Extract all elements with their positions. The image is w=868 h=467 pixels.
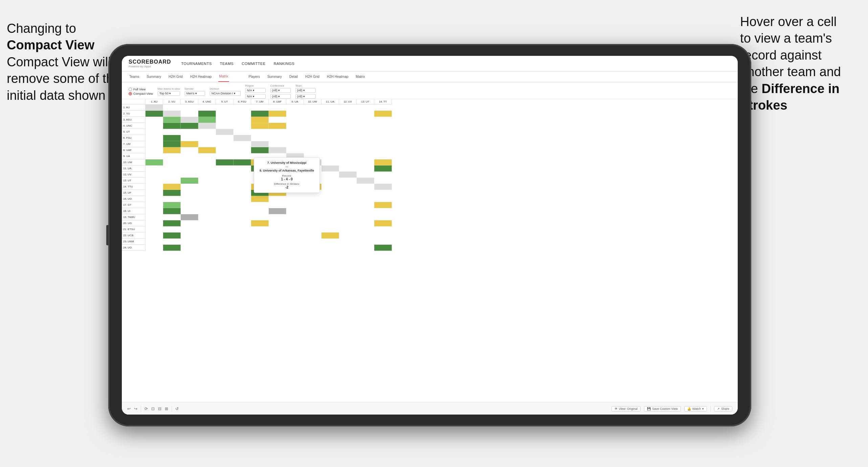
cell-21-14[interactable] — [374, 226, 392, 232]
cell-14-6[interactable] — [233, 184, 251, 190]
filter-division-select[interactable]: NCAA Division I ▾ — [210, 91, 241, 96]
cell-5-7[interactable] — [251, 129, 269, 135]
cell-24-7[interactable] — [251, 245, 269, 251]
cell-6-2[interactable] — [163, 135, 181, 141]
cell-1-4[interactable] — [198, 105, 216, 111]
cell-20-4[interactable] — [198, 220, 216, 226]
cell-22-7[interactable] — [251, 232, 269, 239]
cell-3-5[interactable] — [216, 117, 233, 123]
cell-19-9[interactable] — [286, 214, 304, 220]
cell-5-4[interactable] — [198, 129, 216, 135]
cell-6-6[interactable] — [233, 135, 251, 141]
cell-5-12[interactable] — [339, 129, 357, 135]
cell-16-2[interactable] — [163, 196, 181, 202]
cell-18-2[interactable] — [163, 208, 181, 214]
cell-14-2[interactable] — [163, 184, 181, 190]
cell-17-4[interactable] — [198, 202, 216, 208]
cell-23-1[interactable] — [146, 239, 163, 245]
cell-14-12[interactable] — [339, 184, 357, 190]
cell-4-13[interactable] — [357, 123, 374, 129]
cell-18-13[interactable] — [357, 208, 374, 214]
zoom-in-icon[interactable]: ⊞ — [165, 406, 168, 411]
cell-23-13[interactable] — [357, 239, 374, 245]
cell-17-12[interactable] — [339, 202, 357, 208]
cell-13-6[interactable] — [233, 178, 251, 184]
cell-9-12[interactable] — [339, 153, 357, 159]
cell-15-3[interactable] — [181, 190, 198, 196]
cell-7-4[interactable] — [198, 141, 216, 147]
cell-20-13[interactable] — [357, 220, 374, 226]
tab-summary-right[interactable]: Summary — [267, 71, 283, 82]
cell-4-10[interactable] — [304, 123, 321, 129]
cell-14-3[interactable] — [181, 184, 198, 190]
cell-21-6[interactable] — [233, 226, 251, 232]
cell-19-14[interactable] — [374, 214, 392, 220]
cell-12-2[interactable] — [163, 172, 181, 178]
cell-3-6[interactable] — [233, 117, 251, 123]
cell-6-10[interactable] — [304, 135, 321, 141]
cell-1-9[interactable] — [286, 105, 304, 111]
cell-1-7[interactable] — [251, 105, 269, 111]
cell-23-14[interactable] — [374, 239, 392, 245]
cell-20-8[interactable] — [269, 220, 286, 226]
cell-15-11[interactable] — [321, 190, 339, 196]
cell-15-6[interactable] — [233, 190, 251, 196]
cell-5-3[interactable] — [181, 129, 198, 135]
cell-17-2[interactable] — [163, 202, 181, 208]
cell-2-7[interactable] — [251, 111, 269, 117]
cell-19-2[interactable] — [163, 214, 181, 220]
cell-3-14[interactable] — [374, 117, 392, 123]
cell-4-12[interactable] — [339, 123, 357, 129]
cell-1-14[interactable] — [374, 105, 392, 111]
refresh-icon[interactable]: ⟳ — [144, 406, 148, 411]
cell-10-12[interactable] — [339, 159, 357, 165]
cell-10-14[interactable] — [374, 159, 392, 165]
cell-4-2[interactable] — [163, 123, 181, 129]
filter-region-select2[interactable]: N/A ▾ — [245, 94, 266, 99]
cell-2-4[interactable] — [198, 111, 216, 117]
cell-7-9[interactable] — [286, 141, 304, 147]
cell-20-10[interactable] — [304, 220, 321, 226]
cell-11-4[interactable] — [198, 165, 216, 172]
cell-21-4[interactable] — [198, 226, 216, 232]
cell-5-11[interactable] — [321, 129, 339, 135]
cell-5-14[interactable] — [374, 129, 392, 135]
cell-22-12[interactable] — [339, 232, 357, 239]
nav-committee[interactable]: COMMITTEE — [242, 62, 266, 66]
cell-12-1[interactable] — [146, 172, 163, 178]
cell-23-2[interactable] — [163, 239, 181, 245]
cell-18-9[interactable] — [286, 208, 304, 214]
cell-19-4[interactable] — [198, 214, 216, 220]
cell-22-3[interactable] — [181, 232, 198, 239]
cell-22-5[interactable] — [216, 232, 233, 239]
cell-3-9[interactable] — [286, 117, 304, 123]
cell-19-1[interactable] — [146, 214, 163, 220]
cell-21-8[interactable] — [269, 226, 286, 232]
cell-21-10[interactable] — [304, 226, 321, 232]
cell-21-11[interactable] — [321, 226, 339, 232]
cell-23-4[interactable] — [198, 239, 216, 245]
cell-20-6[interactable] — [233, 220, 251, 226]
cell-17-9[interactable] — [286, 202, 304, 208]
filter-team-select2[interactable]: (All) ▾ — [295, 94, 316, 99]
cell-12-11[interactable] — [321, 172, 339, 178]
cell-17-5[interactable] — [216, 202, 233, 208]
cell-19-13[interactable] — [357, 214, 374, 220]
cell-1-11[interactable] — [321, 105, 339, 111]
watch-button[interactable]: 🔔 Watch ▾ — [684, 406, 707, 412]
cell-14-13[interactable] — [357, 184, 374, 190]
cell-10-3[interactable] — [181, 159, 198, 165]
cell-17-7[interactable] — [251, 202, 269, 208]
cell-5-13[interactable] — [357, 129, 374, 135]
cell-2-14[interactable] — [374, 111, 392, 117]
matrix-scroll-area[interactable]: 1. AU 2. VU 3. ASU 4. UNC 5. UT 6. FSU 7… — [122, 99, 738, 415]
cell-3-11[interactable] — [321, 117, 339, 123]
filter-gender-select[interactable]: Men's ▾ — [185, 91, 205, 96]
undo-icon[interactable]: ↩ — [127, 406, 131, 411]
cell-9-4[interactable] — [198, 153, 216, 159]
cell-6-11[interactable] — [321, 135, 339, 141]
tab-players[interactable]: Players — [248, 71, 261, 82]
cell-6-12[interactable] — [339, 135, 357, 141]
tab-matrix-right[interactable]: Matrix — [355, 71, 365, 82]
cell-2-8[interactable] — [269, 111, 286, 117]
